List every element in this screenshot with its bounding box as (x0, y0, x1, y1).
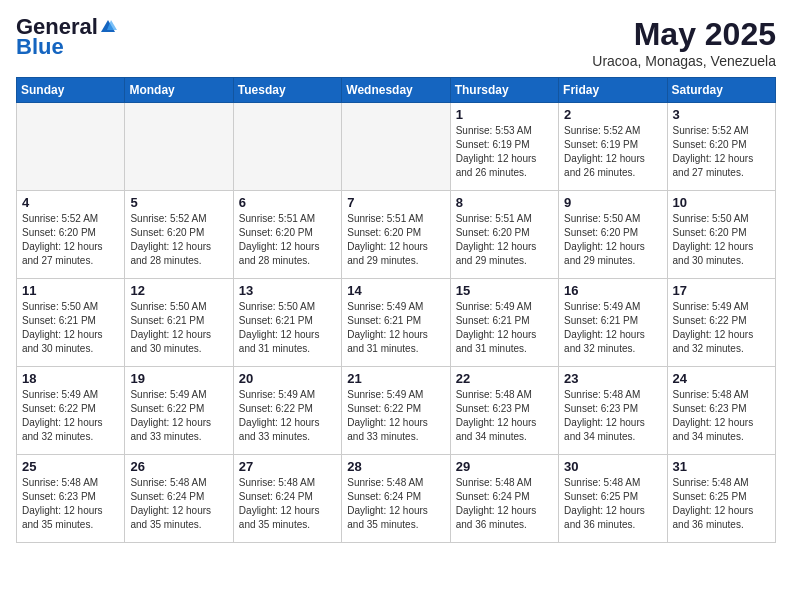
day-info: Sunrise: 5:52 AM Sunset: 6:20 PM Dayligh… (130, 212, 227, 268)
day-info: Sunrise: 5:48 AM Sunset: 6:24 PM Dayligh… (347, 476, 444, 532)
day-number: 6 (239, 195, 336, 210)
calendar-cell: 14Sunrise: 5:49 AM Sunset: 6:21 PM Dayli… (342, 279, 450, 367)
day-number: 22 (456, 371, 553, 386)
day-number: 2 (564, 107, 661, 122)
day-info: Sunrise: 5:48 AM Sunset: 6:25 PM Dayligh… (673, 476, 770, 532)
day-number: 7 (347, 195, 444, 210)
title-block: May 2025 Uracoa, Monagas, Venezuela (592, 16, 776, 69)
day-number: 26 (130, 459, 227, 474)
day-info: Sunrise: 5:52 AM Sunset: 6:20 PM Dayligh… (673, 124, 770, 180)
calendar-cell (17, 103, 125, 191)
day-info: Sunrise: 5:49 AM Sunset: 6:21 PM Dayligh… (564, 300, 661, 356)
day-info: Sunrise: 5:49 AM Sunset: 6:21 PM Dayligh… (347, 300, 444, 356)
day-number: 9 (564, 195, 661, 210)
calendar-cell: 16Sunrise: 5:49 AM Sunset: 6:21 PM Dayli… (559, 279, 667, 367)
week-row-3: 11Sunrise: 5:50 AM Sunset: 6:21 PM Dayli… (17, 279, 776, 367)
calendar-cell: 10Sunrise: 5:50 AM Sunset: 6:20 PM Dayli… (667, 191, 775, 279)
calendar-cell: 25Sunrise: 5:48 AM Sunset: 6:23 PM Dayli… (17, 455, 125, 543)
day-info: Sunrise: 5:49 AM Sunset: 6:22 PM Dayligh… (239, 388, 336, 444)
calendar-cell: 1Sunrise: 5:53 AM Sunset: 6:19 PM Daylig… (450, 103, 558, 191)
day-number: 11 (22, 283, 119, 298)
day-info: Sunrise: 5:48 AM Sunset: 6:23 PM Dayligh… (673, 388, 770, 444)
calendar-cell: 29Sunrise: 5:48 AM Sunset: 6:24 PM Dayli… (450, 455, 558, 543)
weekday-tuesday: Tuesday (233, 78, 341, 103)
calendar-cell: 4Sunrise: 5:52 AM Sunset: 6:20 PM Daylig… (17, 191, 125, 279)
logo: General Blue (16, 16, 117, 58)
day-number: 15 (456, 283, 553, 298)
calendar: SundayMondayTuesdayWednesdayThursdayFrid… (16, 77, 776, 543)
location: Uracoa, Monagas, Venezuela (592, 53, 776, 69)
day-info: Sunrise: 5:51 AM Sunset: 6:20 PM Dayligh… (239, 212, 336, 268)
calendar-cell: 13Sunrise: 5:50 AM Sunset: 6:21 PM Dayli… (233, 279, 341, 367)
day-info: Sunrise: 5:48 AM Sunset: 6:24 PM Dayligh… (456, 476, 553, 532)
weekday-header-row: SundayMondayTuesdayWednesdayThursdayFrid… (17, 78, 776, 103)
calendar-cell: 24Sunrise: 5:48 AM Sunset: 6:23 PM Dayli… (667, 367, 775, 455)
day-info: Sunrise: 5:50 AM Sunset: 6:21 PM Dayligh… (239, 300, 336, 356)
day-info: Sunrise: 5:51 AM Sunset: 6:20 PM Dayligh… (456, 212, 553, 268)
calendar-cell (342, 103, 450, 191)
day-info: Sunrise: 5:48 AM Sunset: 6:25 PM Dayligh… (564, 476, 661, 532)
day-info: Sunrise: 5:50 AM Sunset: 6:21 PM Dayligh… (130, 300, 227, 356)
day-info: Sunrise: 5:52 AM Sunset: 6:20 PM Dayligh… (22, 212, 119, 268)
day-info: Sunrise: 5:51 AM Sunset: 6:20 PM Dayligh… (347, 212, 444, 268)
day-number: 13 (239, 283, 336, 298)
weekday-sunday: Sunday (17, 78, 125, 103)
day-info: Sunrise: 5:50 AM Sunset: 6:20 PM Dayligh… (673, 212, 770, 268)
day-number: 30 (564, 459, 661, 474)
day-number: 4 (22, 195, 119, 210)
week-row-5: 25Sunrise: 5:48 AM Sunset: 6:23 PM Dayli… (17, 455, 776, 543)
calendar-cell: 3Sunrise: 5:52 AM Sunset: 6:20 PM Daylig… (667, 103, 775, 191)
day-number: 12 (130, 283, 227, 298)
day-number: 21 (347, 371, 444, 386)
weekday-thursday: Thursday (450, 78, 558, 103)
calendar-cell: 17Sunrise: 5:49 AM Sunset: 6:22 PM Dayli… (667, 279, 775, 367)
calendar-cell: 19Sunrise: 5:49 AM Sunset: 6:22 PM Dayli… (125, 367, 233, 455)
day-number: 31 (673, 459, 770, 474)
day-info: Sunrise: 5:48 AM Sunset: 6:23 PM Dayligh… (456, 388, 553, 444)
calendar-cell: 30Sunrise: 5:48 AM Sunset: 6:25 PM Dayli… (559, 455, 667, 543)
week-row-4: 18Sunrise: 5:49 AM Sunset: 6:22 PM Dayli… (17, 367, 776, 455)
calendar-cell: 12Sunrise: 5:50 AM Sunset: 6:21 PM Dayli… (125, 279, 233, 367)
calendar-cell: 31Sunrise: 5:48 AM Sunset: 6:25 PM Dayli… (667, 455, 775, 543)
calendar-cell: 18Sunrise: 5:49 AM Sunset: 6:22 PM Dayli… (17, 367, 125, 455)
logo-icon (99, 18, 117, 36)
calendar-cell: 23Sunrise: 5:48 AM Sunset: 6:23 PM Dayli… (559, 367, 667, 455)
logo-blue: Blue (16, 36, 117, 58)
day-info: Sunrise: 5:48 AM Sunset: 6:23 PM Dayligh… (564, 388, 661, 444)
day-info: Sunrise: 5:49 AM Sunset: 6:22 PM Dayligh… (22, 388, 119, 444)
calendar-cell: 26Sunrise: 5:48 AM Sunset: 6:24 PM Dayli… (125, 455, 233, 543)
weekday-wednesday: Wednesday (342, 78, 450, 103)
day-number: 29 (456, 459, 553, 474)
calendar-cell: 6Sunrise: 5:51 AM Sunset: 6:20 PM Daylig… (233, 191, 341, 279)
calendar-cell: 21Sunrise: 5:49 AM Sunset: 6:22 PM Dayli… (342, 367, 450, 455)
calendar-cell: 28Sunrise: 5:48 AM Sunset: 6:24 PM Dayli… (342, 455, 450, 543)
day-info: Sunrise: 5:49 AM Sunset: 6:22 PM Dayligh… (347, 388, 444, 444)
calendar-cell: 2Sunrise: 5:52 AM Sunset: 6:19 PM Daylig… (559, 103, 667, 191)
week-row-2: 4Sunrise: 5:52 AM Sunset: 6:20 PM Daylig… (17, 191, 776, 279)
day-info: Sunrise: 5:49 AM Sunset: 6:22 PM Dayligh… (130, 388, 227, 444)
week-row-1: 1Sunrise: 5:53 AM Sunset: 6:19 PM Daylig… (17, 103, 776, 191)
calendar-cell: 20Sunrise: 5:49 AM Sunset: 6:22 PM Dayli… (233, 367, 341, 455)
day-info: Sunrise: 5:48 AM Sunset: 6:24 PM Dayligh… (239, 476, 336, 532)
calendar-cell (233, 103, 341, 191)
calendar-cell: 27Sunrise: 5:48 AM Sunset: 6:24 PM Dayli… (233, 455, 341, 543)
day-number: 28 (347, 459, 444, 474)
weekday-friday: Friday (559, 78, 667, 103)
day-number: 19 (130, 371, 227, 386)
day-number: 3 (673, 107, 770, 122)
day-number: 20 (239, 371, 336, 386)
day-info: Sunrise: 5:53 AM Sunset: 6:19 PM Dayligh… (456, 124, 553, 180)
calendar-cell: 7Sunrise: 5:51 AM Sunset: 6:20 PM Daylig… (342, 191, 450, 279)
day-info: Sunrise: 5:50 AM Sunset: 6:20 PM Dayligh… (564, 212, 661, 268)
day-info: Sunrise: 5:49 AM Sunset: 6:22 PM Dayligh… (673, 300, 770, 356)
calendar-cell: 11Sunrise: 5:50 AM Sunset: 6:21 PM Dayli… (17, 279, 125, 367)
day-info: Sunrise: 5:50 AM Sunset: 6:21 PM Dayligh… (22, 300, 119, 356)
month-year: May 2025 (592, 16, 776, 53)
weekday-saturday: Saturday (667, 78, 775, 103)
day-number: 17 (673, 283, 770, 298)
day-number: 24 (673, 371, 770, 386)
day-info: Sunrise: 5:48 AM Sunset: 6:24 PM Dayligh… (130, 476, 227, 532)
calendar-cell: 22Sunrise: 5:48 AM Sunset: 6:23 PM Dayli… (450, 367, 558, 455)
day-number: 27 (239, 459, 336, 474)
day-number: 16 (564, 283, 661, 298)
